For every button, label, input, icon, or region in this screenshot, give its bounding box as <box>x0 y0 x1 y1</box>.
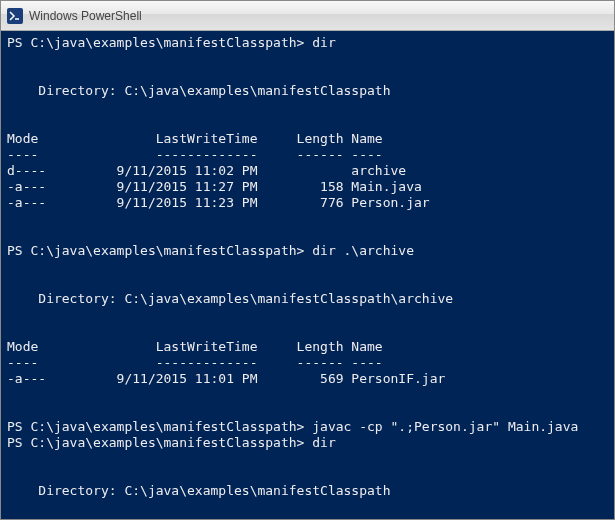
powershell-icon <box>7 8 23 24</box>
titlebar[interactable]: Windows PowerShell <box>1 1 614 31</box>
powershell-window: Windows PowerShell PS C:\java\examples\m… <box>0 0 615 520</box>
terminal-output[interactable]: PS C:\java\examples\manifestClasspath> d… <box>1 31 614 519</box>
window-title: Windows PowerShell <box>29 9 142 23</box>
